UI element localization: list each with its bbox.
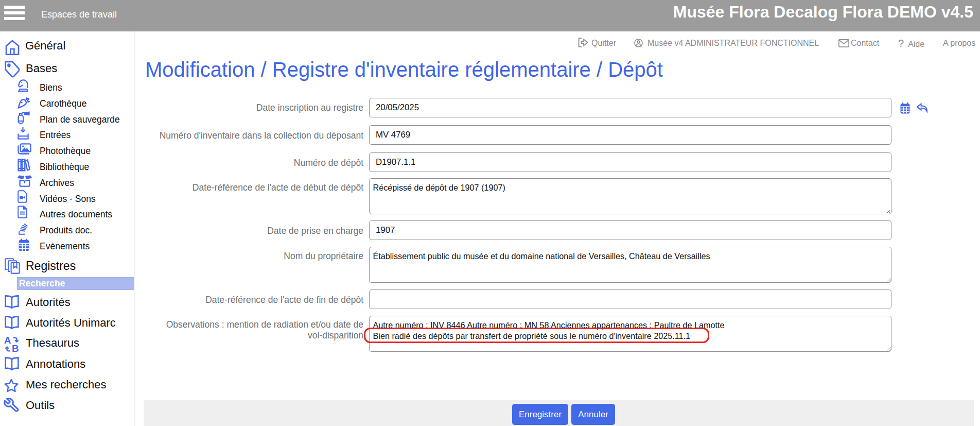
svg-text:B: B <box>12 344 19 352</box>
svg-text:A: A <box>4 336 11 346</box>
